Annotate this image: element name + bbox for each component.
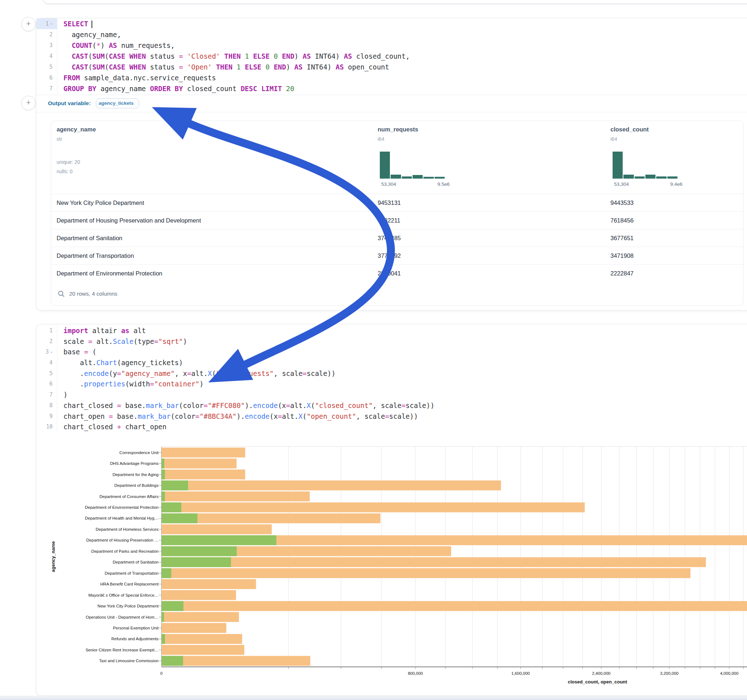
add-cell-button-middle[interactable]: +	[21, 96, 36, 110]
code-line[interactable]: 6 .properties(width="container")	[36, 379, 747, 389]
code-line[interactable]: 8chart_closed = base.mark_bar(color="#FF…	[36, 400, 747, 411]
code-text[interactable]: FROM sample_data.nyc.service_requests	[57, 72, 216, 83]
code-line[interactable]: 3⌄base = (	[36, 347, 747, 358]
search-icon[interactable]	[57, 290, 65, 297]
dataframe-preview-table: agency_namestrunique: 20nulls: 0num_requ…	[51, 121, 743, 306]
histogram-bar	[612, 152, 623, 179]
line-number: 5	[36, 62, 57, 72]
y-axis-label: Department of Homeless Services	[96, 527, 159, 531]
line-number: 1⌄	[36, 18, 57, 29]
bar-open-count	[162, 557, 231, 567]
code-line[interactable]: 4 alt.Chart(agency_tickets)	[36, 358, 747, 368]
bar-open-count	[162, 612, 164, 622]
bar-open-count	[162, 536, 277, 546]
bar-open-count	[162, 459, 164, 468]
code-line[interactable]: 1import altair as alt	[36, 326, 747, 336]
chevron-down-icon[interactable]: ⌄	[50, 18, 53, 29]
table-row[interactable]: Department of Transportation377489234719…	[51, 247, 743, 265]
line-number: 8	[36, 400, 57, 411]
text-cursor	[92, 21, 92, 28]
histogram-bar	[413, 175, 423, 179]
y-axis-label: Correspondence Unit	[119, 451, 159, 455]
y-axis-label: Personal Exemption Unit	[113, 626, 159, 630]
code-text[interactable]: CAST(SUM(CASE WHEN status = 'Closed' THE…	[57, 51, 410, 62]
bar-open-count	[162, 492, 165, 502]
bar-open-count	[162, 502, 181, 512]
y-axis-label: HRA Benefit Card Replacement	[100, 582, 159, 586]
bar-open-count	[162, 601, 183, 611]
column-stat: unique: 20	[57, 159, 80, 165]
table-row[interactable]: Department of Sanitation37494853677651	[51, 229, 743, 247]
code-text[interactable]: base = (	[57, 347, 97, 358]
code-text[interactable]: scale = alt.Scale(type="sqrt")	[57, 336, 187, 347]
code-text[interactable]: agency_name,	[57, 29, 121, 40]
line-number: 7	[36, 389, 57, 400]
y-axis-label: Department of Environmental Protection	[85, 505, 159, 510]
y-axis-label: Department of Buildings	[114, 483, 159, 487]
x-axis-title: closed_count, open_count	[568, 679, 628, 685]
line-number: 5	[36, 368, 57, 379]
table-row[interactable]: Department of Environmental Protection22…	[51, 264, 743, 282]
y-axis-label: Refunds and Adjustments	[111, 637, 159, 641]
code-line[interactable]: 2scale = alt.Scale(type="sqrt")	[36, 336, 747, 347]
y-axis-title: agency_name	[50, 541, 56, 572]
table-cell: 7782211	[378, 212, 400, 229]
line-number: 9	[36, 411, 57, 422]
chevron-down-icon[interactable]: ⌄	[50, 346, 53, 357]
table-row[interactable]: New York City Police Department945313194…	[51, 194, 743, 212]
output-variable-pill[interactable]: agency_tickets	[96, 98, 139, 109]
code-line[interactable]: 6FROM sample_data.nyc.service_requests	[36, 72, 747, 83]
y-axis-label: New York City Police Department	[98, 604, 159, 608]
divider	[36, 112, 747, 112]
code-line[interactable]: 1⌄SELECT	[36, 18, 747, 29]
x-axis-tick-label: 2,400,000	[592, 671, 611, 676]
table-row[interactable]: Department of Housing Preservation and D…	[51, 211, 743, 229]
histogram-bar	[391, 175, 401, 179]
column-header-agency_name: agency_name	[57, 126, 96, 133]
table-cell: 9453131	[378, 194, 401, 212]
code-line[interactable]: 7)	[36, 389, 747, 400]
column-header-num_requests: num_requests	[378, 126, 418, 133]
code-line[interactable]: 5 CAST(SUM(CASE WHEN status = 'Open' THE…	[36, 62, 747, 72]
line-number: 6	[36, 379, 57, 389]
bar-closed-count	[162, 656, 310, 666]
x-axis-tick-label: 1,600,000	[511, 671, 530, 676]
code-text[interactable]: alt.Chart(agency_tickets)	[57, 358, 183, 368]
code-line[interactable]: 10chart_closed + chart_open	[36, 422, 747, 433]
code-text[interactable]: SELECT	[57, 18, 92, 29]
x-axis-tick-label: 800,000	[408, 671, 423, 676]
code-line[interactable]: 3 COUNT(*) AS num_requests,	[36, 40, 747, 51]
code-line[interactable]: 7GROUP BY agency_name ORDER BY closed_co…	[36, 83, 747, 94]
code-text[interactable]: )	[57, 389, 67, 400]
code-text[interactable]: chart_closed + chart_open	[57, 422, 166, 433]
y-axis-label: Taxi and Limousine Commission	[99, 659, 159, 663]
code-text[interactable]: .properties(width="container")	[57, 379, 204, 389]
table-cell: Department of Transportation	[57, 247, 134, 265]
code-line[interactable]: 2 agency_name,	[36, 29, 747, 40]
column-type: i64	[378, 136, 384, 142]
code-text[interactable]: chart_closed = base.mark_bar(color="#FFC…	[57, 400, 435, 411]
code-text[interactable]: CAST(SUM(CASE WHEN status = 'Open' THEN …	[57, 62, 389, 72]
sql-code-editor[interactable]: 1⌄SELECT2 agency_name,3 COUNT(*) AS num_…	[36, 18, 747, 94]
notebook-page: { "cell1": { "language": "sql", "output_…	[0, 0, 747, 700]
column-header-closed_count: closed_count	[611, 126, 649, 133]
line-number: 2	[36, 29, 57, 40]
y-axis-label: DHS Advantage Programs	[110, 461, 159, 466]
column-stat: nulls: 0	[57, 169, 73, 174]
python-code-editor[interactable]: 1import altair as alt2scale = alt.Scale(…	[36, 326, 747, 433]
add-cell-button-top[interactable]: +	[21, 17, 36, 31]
code-line[interactable]: 4 CAST(SUM(CASE WHEN status = 'Closed' T…	[36, 51, 747, 62]
bar-open-count	[162, 546, 237, 556]
code-line[interactable]: 9chart_open = base.mark_bar(color="#8BC3…	[36, 411, 747, 422]
code-text[interactable]: import altair as alt	[57, 326, 146, 336]
code-text[interactable]: COUNT(*) AS num_requests,	[57, 40, 175, 51]
bar-closed-count	[162, 612, 239, 622]
code-text[interactable]: chart_open = base.mark_bar(color="#8BC34…	[57, 411, 418, 422]
y-axis-label: Department of Housing Preservation …	[86, 538, 159, 542]
line-number: 3	[36, 40, 57, 51]
column-type: str	[57, 136, 62, 142]
code-text[interactable]: GROUP BY agency_name ORDER BY closed_cou…	[57, 83, 295, 94]
code-text[interactable]: .encode(y="agency_name", x=alt.X("num_re…	[57, 368, 336, 379]
code-line[interactable]: 5 .encode(y="agency_name", x=alt.X("num_…	[36, 368, 747, 379]
bar-open-count	[162, 634, 165, 644]
